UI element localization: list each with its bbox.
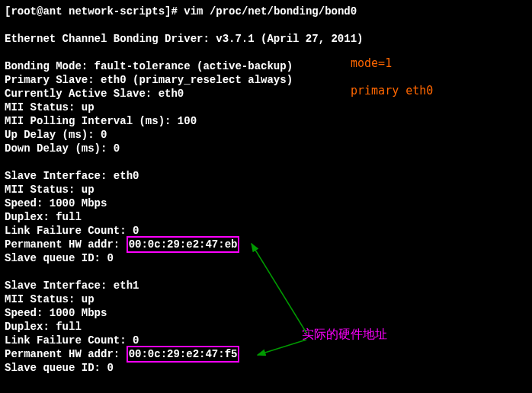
prompt-command: vim /proc/net/bonding/bond0 <box>184 5 357 18</box>
annotation-mode: mode=1 <box>351 56 392 70</box>
annotation-hw-label: 实际的硬件地址 <box>302 328 387 341</box>
slave2-speed-line: Speed: 1000 Mbps <box>5 306 527 320</box>
slave2-hw-label: Permanent HW addr: <box>5 348 127 360</box>
slave1-duplex-line: Duplex: full <box>5 210 527 224</box>
blank-line <box>5 155 527 169</box>
slave1-linkfail-line: Link Failure Count: 0 <box>5 224 527 238</box>
prompt-user: root <box>11 5 37 18</box>
slave2-interface-line: Slave Interface: eth1 <box>5 279 527 292</box>
up-delay-line: Up Delay (ms): 0 <box>5 128 527 142</box>
driver-line: Ethernet Channel Bonding Driver: v3.7.1 … <box>5 32 527 46</box>
mii-status-line: MII Status: up <box>5 101 527 114</box>
slave1-hw-label: Permanent HW addr: <box>5 238 127 251</box>
slave1-hw-line: Permanent HW addr: 00:0c:29:e2:47:eb <box>5 238 527 251</box>
bonding-mode-line: Bonding Mode: fault-tolerance (active-ba… <box>5 59 527 73</box>
prompt-cwd: network-scripts <box>69 5 165 18</box>
primary-slave-line: Primary Slave: eth0 (primary_reselect al… <box>5 73 527 87</box>
slave1-queue-line: Slave queue ID: 0 <box>5 251 527 265</box>
slave1-speed-line: Speed: 1000 Mbps <box>5 196 527 210</box>
slave1-hw-addr-highlight: 00:0c:29:e2:47:eb <box>127 236 240 253</box>
blank-line <box>5 265 527 279</box>
annotation-primary: primary eth0 <box>351 84 433 97</box>
terminal-prompt-line: [root@ant network-scripts]# vim /proc/ne… <box>5 5 527 18</box>
slave2-hw-addr-highlight: 00:0c:29:e2:47:f5 <box>127 346 240 363</box>
slave1-mii-line: MII Status: up <box>5 183 527 196</box>
prompt-host: ant <box>43 5 62 18</box>
mii-polling-line: MII Polling Interval (ms): 100 <box>5 114 527 128</box>
slave2-linkfail-line: Link Failure Count: 0 <box>5 334 527 347</box>
blank-line <box>5 18 527 32</box>
slave2-mii-line: MII Status: up <box>5 292 527 306</box>
blank-line <box>5 46 527 59</box>
down-delay-line: Down Delay (ms): 0 <box>5 142 527 155</box>
slave2-duplex-line: Duplex: full <box>5 320 527 334</box>
slave2-hw-line: Permanent HW addr: 00:0c:29:e2:47:f5 <box>5 347 527 361</box>
slave1-interface-line: Slave Interface: eth0 <box>5 169 527 183</box>
active-slave-line: Currently Active Slave: eth0 <box>5 87 527 101</box>
slave2-queue-line: Slave queue ID: 0 <box>5 361 527 375</box>
